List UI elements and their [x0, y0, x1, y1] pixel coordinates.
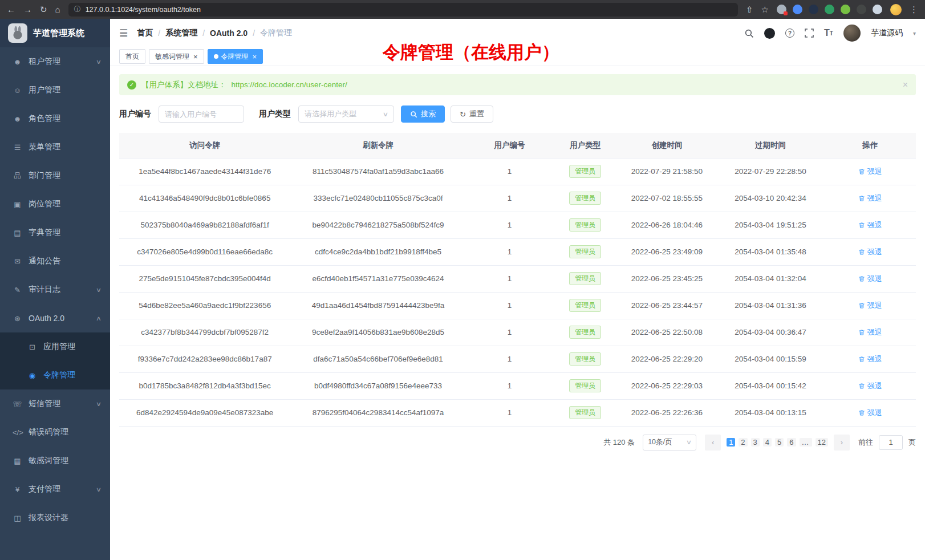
browser-menu-icon[interactable]: ⋮ — [910, 5, 918, 14]
force-logout-button[interactable]: 强退 — [858, 274, 882, 284]
refresh-token-cell: 811c530487574fa0af1a59d3abc1aa66 — [290, 158, 465, 185]
action-cell: 强退 — [824, 346, 916, 372]
sidebar-item-report-designer[interactable]: ◫报表设计器 — [0, 504, 110, 532]
app-logo[interactable]: 芋道管理系统 — [0, 19, 110, 47]
column-header: 用户类型 — [553, 133, 617, 158]
page-button-5[interactable]: 5 — [775, 438, 784, 447]
force-logout-button[interactable]: 强退 — [858, 167, 882, 177]
sidebar-item-post[interactable]: ▣岗位管理 — [0, 190, 110, 218]
tab-token[interactable]: 令牌管理× — [208, 49, 263, 64]
access-token-cell: 54d6be82ee5a460a9aedc1f9bf223656 — [119, 292, 290, 319]
expire-time-cell: 2022-07-29 22:28:50 — [717, 158, 825, 185]
extension-icon[interactable] — [841, 5, 850, 14]
sidebar-item-menu[interactable]: ☰菜单管理 — [0, 133, 110, 161]
user-type-select[interactable]: 请选择用户类型 ∨ — [298, 105, 394, 123]
doc-link[interactable]: https://doc.iocoder.cn/user-center/ — [232, 80, 347, 89]
alert-close-icon[interactable]: × — [903, 80, 908, 90]
sidebar-item-label: OAuth 2.0 — [29, 314, 64, 323]
extension-icon[interactable] — [857, 5, 866, 14]
tab-close-icon[interactable]: × — [253, 53, 257, 60]
sidebar-item-user[interactable]: ☺用户管理 — [0, 76, 110, 104]
breadcrumb-item-2[interactable]: OAuth 2.0 — [210, 29, 248, 38]
expire-time-cell: 2054-03-04 00:13:15 — [717, 399, 825, 426]
site-info-icon[interactable]: ⓘ — [74, 5, 81, 14]
sidebar: 芋道管理系统 ☻租户管理∨☺用户管理☻角色管理☰菜单管理品部门管理▣岗位管理▤字… — [0, 19, 110, 560]
browser-profile-avatar[interactable] — [890, 4, 902, 15]
access-token-cell: 502375b8040a469a9b82188afdf6af1f — [119, 212, 290, 238]
tab-home[interactable]: 首页 — [119, 49, 145, 64]
sidebar-item-pay[interactable]: ¥支付管理∨ — [0, 475, 110, 504]
sidebar-item-sensitive-word[interactable]: ▦敏感词管理 — [0, 447, 110, 475]
sidebar-item-oauth2-token[interactable]: ◉令牌管理 — [0, 361, 110, 389]
select-caret-icon: ∨ — [686, 439, 692, 446]
force-logout-button[interactable]: 强退 — [858, 301, 882, 311]
page-button-3[interactable]: 3 — [751, 438, 760, 447]
reload-icon[interactable]: ↻ — [40, 5, 47, 14]
back-icon[interactable]: ← — [7, 5, 15, 14]
page-button-6[interactable]: 6 — [787, 438, 796, 447]
page-button-4[interactable]: 4 — [763, 438, 772, 447]
page-button-2[interactable]: 2 — [739, 438, 747, 447]
page-button-12[interactable]: 12 — [816, 438, 828, 447]
extension-icon[interactable] — [777, 5, 786, 14]
sidebar-item-audit-log[interactable]: ✎审计日志∨ — [0, 275, 110, 304]
page-button-1[interactable]: 1 — [727, 438, 735, 447]
sidebar-item-oauth2-application[interactable]: ⊡应用管理 — [0, 332, 110, 361]
force-logout-button[interactable]: 强退 — [858, 381, 882, 391]
sidebar-item-role[interactable]: ☻角色管理 — [0, 104, 110, 133]
force-logout-button[interactable]: 强退 — [858, 193, 882, 204]
sidebar-item-dept[interactable]: 品部门管理 — [0, 161, 110, 190]
breadcrumb-item-1[interactable]: 系统管理 — [165, 28, 197, 38]
sidebar-item-sms[interactable]: ☏短信管理∨ — [0, 389, 110, 418]
oauth2-icon: ⊛ — [13, 314, 22, 323]
column-header: 访问令牌 — [119, 133, 290, 158]
extension-icon[interactable] — [809, 5, 818, 14]
share-icon[interactable]: ⇧ — [746, 5, 753, 14]
user-name[interactable]: 芋道源码 — [871, 28, 903, 38]
breadcrumb-item-0[interactable]: 首页 — [137, 28, 153, 38]
sidebar-item-error-code[interactable]: </>错误码管理 — [0, 418, 110, 447]
sidebar-item-notice[interactable]: ✉通知公告 — [0, 247, 110, 275]
sidebar-item-label: 支付管理 — [29, 484, 60, 494]
force-logout-button[interactable]: 强退 — [858, 247, 882, 257]
reset-button[interactable]: ↻ 重置 — [451, 105, 493, 123]
next-page-button[interactable]: › — [834, 435, 850, 451]
extension-icon[interactable] — [825, 5, 834, 14]
forward-icon[interactable]: → — [23, 5, 32, 14]
font-size-icon[interactable]: TT — [824, 28, 833, 38]
prev-page-button[interactable]: ‹ — [705, 435, 721, 451]
user-id-cell: 1 — [466, 158, 554, 185]
force-logout-button[interactable]: 强退 — [858, 220, 882, 230]
user-type-label: 用户类型 — [259, 109, 291, 119]
force-logout-button[interactable]: 强退 — [858, 408, 882, 418]
help-icon[interactable]: ? — [785, 29, 794, 38]
logo-image — [8, 23, 27, 43]
github-icon[interactable] — [764, 28, 775, 39]
tab-label: 敏感词管理 — [155, 52, 189, 62]
user-avatar[interactable] — [843, 25, 861, 42]
extension-icon[interactable] — [873, 5, 882, 14]
tab-close-icon[interactable]: × — [193, 53, 198, 60]
trash-icon — [858, 195, 865, 202]
refresh-token-cell: 8796295f04064c2983414cc54af1097a — [290, 399, 465, 426]
sidebar-item-tenant[interactable]: ☻租户管理∨ — [0, 47, 110, 76]
force-logout-button[interactable]: 强退 — [858, 354, 882, 364]
bookmark-star-icon[interactable]: ☆ — [761, 5, 769, 14]
tab-sensitive-word[interactable]: 敏感词管理× — [149, 49, 204, 64]
sidebar-item-dict[interactable]: ▤字典管理 — [0, 218, 110, 247]
address-bar[interactable]: ⓘ 127.0.0.1:1024/system/oauth2/token — [68, 3, 738, 17]
fullscreen-icon[interactable] — [805, 29, 814, 38]
user-type-badge: 管理员 — [569, 272, 601, 285]
force-logout-button[interactable]: 强退 — [858, 327, 882, 338]
search-button[interactable]: 搜索 — [401, 105, 445, 123]
sidebar-collapse-icon[interactable]: ☰ — [119, 27, 128, 39]
page-size-select[interactable]: 10条/页 ∨ — [643, 435, 696, 451]
extension-icon[interactable] — [793, 5, 802, 14]
sidebar-item-oauth2[interactable]: ⊛OAuth 2.0∧ — [0, 304, 110, 332]
search-icon[interactable] — [744, 29, 754, 38]
report-designer-icon: ◫ — [13, 514, 22, 522]
refresh-token-cell: 333ecfc71e02480cb11055c875c3ca0f — [290, 185, 465, 212]
user-id-input[interactable] — [159, 105, 244, 123]
goto-page-input[interactable] — [879, 435, 903, 450]
home-icon[interactable]: ⌂ — [55, 5, 60, 14]
